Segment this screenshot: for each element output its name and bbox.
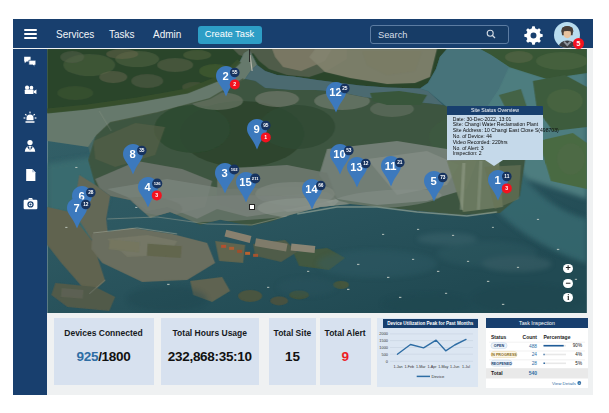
svg-text:1-Jan: 1-Jan (393, 365, 402, 369)
svg-text:24: 24 (532, 352, 538, 357)
svg-text:211: 211 (252, 176, 259, 181)
svg-text:5%: 5% (575, 361, 582, 366)
svg-text:13: 13 (350, 161, 362, 173)
svg-text:9: 9 (253, 123, 259, 135)
svg-text:Total: Total (491, 370, 503, 376)
svg-text:1-Jun: 1-Jun (450, 365, 459, 369)
svg-text:1-May: 1-May (438, 365, 448, 369)
svg-text:4: 4 (144, 181, 151, 193)
svg-text:90%: 90% (573, 343, 582, 348)
svg-text:3: 3 (155, 192, 158, 198)
svg-text:2: 2 (222, 70, 228, 82)
svg-text:1000: 1000 (379, 344, 388, 349)
svg-text:12: 12 (83, 202, 89, 207)
svg-text:Percentage: Percentage (544, 334, 571, 340)
svg-text:View Details: View Details (552, 381, 577, 386)
svg-text:540: 540 (529, 370, 538, 376)
svg-text:7: 7 (74, 202, 80, 214)
svg-text:25: 25 (342, 86, 348, 91)
svg-text:73: 73 (440, 175, 446, 180)
svg-text:11: 11 (504, 174, 509, 179)
svg-text:21: 21 (397, 160, 403, 165)
svg-text:2: 2 (233, 81, 236, 87)
svg-text:1-Feb: 1-Feb (404, 365, 414, 369)
svg-text:Device: Device (432, 374, 445, 379)
svg-text:66: 66 (318, 183, 324, 188)
svg-text:+: + (578, 381, 580, 385)
svg-text:53: 53 (346, 148, 352, 153)
svg-text:12: 12 (329, 86, 341, 98)
svg-text:OPEN: OPEN (494, 344, 505, 348)
svg-text:500: 500 (382, 351, 389, 356)
svg-text:1-Mar: 1-Mar (416, 365, 426, 369)
svg-text:12: 12 (363, 161, 369, 166)
svg-text:28: 28 (88, 190, 94, 195)
svg-text:2000: 2000 (379, 331, 388, 336)
svg-text:11: 11 (385, 160, 397, 172)
svg-text:35: 35 (139, 148, 145, 153)
svg-text:1-Jul: 1-Jul (462, 365, 470, 369)
svg-text:5: 5 (430, 175, 436, 187)
svg-text:95: 95 (263, 123, 269, 128)
svg-text:REOPENED: REOPENED (491, 362, 512, 366)
svg-text:0: 0 (386, 358, 389, 363)
svg-text:3: 3 (505, 185, 508, 191)
svg-text:4%: 4% (575, 352, 582, 357)
svg-text:28: 28 (532, 361, 538, 366)
svg-text:15: 15 (239, 176, 251, 188)
svg-text:1: 1 (264, 134, 267, 140)
svg-text:8: 8 (129, 148, 135, 160)
svg-text:126: 126 (154, 181, 162, 186)
svg-text:1: 1 (494, 174, 500, 186)
svg-text:IN PROGRESS: IN PROGRESS (491, 353, 517, 357)
svg-text:Count: Count (523, 334, 538, 340)
svg-text:Status: Status (491, 334, 507, 340)
svg-text:488: 488 (529, 344, 537, 349)
svg-text:1-Apr: 1-Apr (427, 365, 437, 369)
svg-text:3: 3 (221, 167, 227, 179)
svg-text:55: 55 (232, 70, 238, 75)
svg-text:1500: 1500 (379, 338, 388, 343)
